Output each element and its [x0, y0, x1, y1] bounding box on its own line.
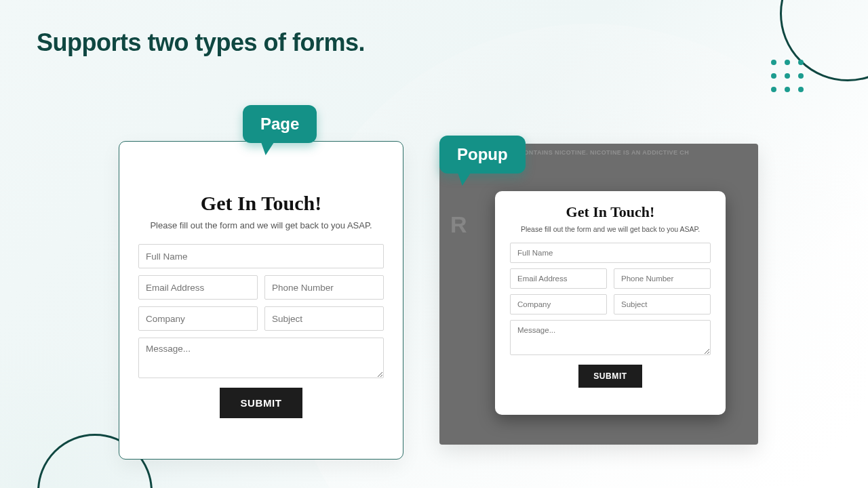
- popup-form-modal: Get In Touch! Please fill out the form a…: [495, 191, 726, 415]
- popup-backdrop: CT CONTAINS NICOTINE. NICOTINE IS AN ADD…: [439, 144, 758, 445]
- page-form-card: Get In Touch! Please fill out the form a…: [119, 141, 403, 460]
- form-subtitle: Please fill out the form and we will get…: [510, 225, 711, 233]
- deco-dot-grid: [771, 60, 804, 92]
- full-name-input[interactable]: [138, 244, 384, 268]
- form-title: Get In Touch!: [138, 192, 384, 215]
- page-headline: Supports two types of forms.: [37, 28, 365, 57]
- label-bubble-page: Page: [243, 105, 317, 143]
- phone-input[interactable]: [264, 275, 384, 300]
- submit-button[interactable]: SUBMIT: [578, 365, 642, 388]
- message-textarea[interactable]: [138, 338, 384, 378]
- subject-input[interactable]: [264, 306, 384, 331]
- email-input[interactable]: [510, 268, 607, 289]
- submit-button[interactable]: SUBMIT: [220, 388, 302, 418]
- popup-bg-side-text: R: [450, 211, 469, 238]
- form-subtitle: Please fill out the form and we will get…: [138, 220, 384, 230]
- company-input[interactable]: [138, 306, 258, 331]
- subject-input[interactable]: [614, 294, 711, 314]
- full-name-input[interactable]: [510, 243, 711, 263]
- email-input[interactable]: [138, 275, 258, 300]
- company-input[interactable]: [510, 294, 607, 314]
- message-textarea[interactable]: [510, 320, 711, 355]
- phone-input[interactable]: [614, 268, 711, 289]
- label-bubble-popup: Popup: [439, 136, 526, 174]
- form-title: Get In Touch!: [510, 203, 711, 221]
